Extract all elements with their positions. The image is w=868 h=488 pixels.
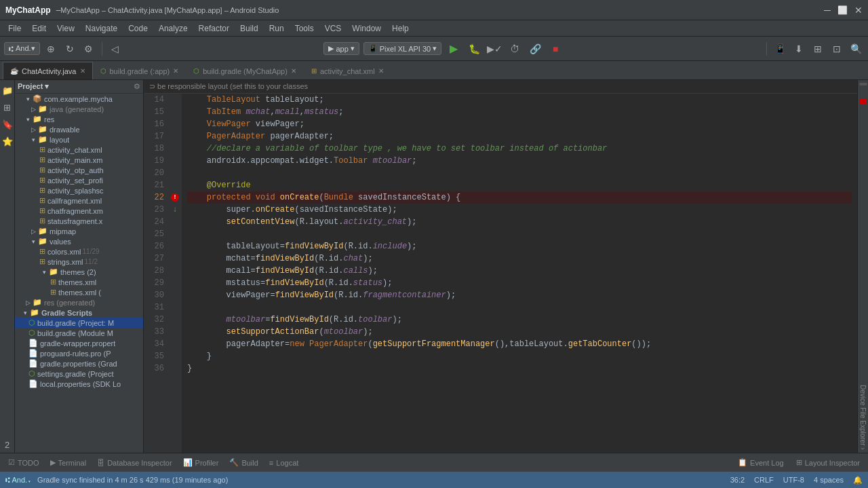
menu-code[interactable]: Code [123, 22, 153, 35]
tab-build-project-close[interactable]: ✕ [291, 67, 296, 75]
tree-item-build-gradle-project[interactable]: ⬡ build.gradle (Project: M [15, 318, 143, 328]
tab-layout-inspector[interactable]: ⊞ Layout Inspector [791, 456, 865, 469]
side-icon-2[interactable]: 2 [5, 440, 9, 450]
tree-item-build-gradle-module[interactable]: ⬡ build.gradle (Module M [15, 328, 143, 338]
menu-vcs[interactable]: VCS [319, 22, 347, 35]
back-btn[interactable]: ◁ [107, 41, 123, 57]
tab-build[interactable]: 🔨 Build [224, 456, 263, 469]
sdk-btn[interactable]: ⬇ [791, 41, 807, 57]
tree-item-gradle-wrapper[interactable]: 📄 gradle-wrapper.propert [15, 338, 143, 348]
tree-item-local-props[interactable]: 📄 local.properties (SDK Lo [15, 379, 143, 389]
run-btn[interactable]: ▶ [446, 41, 462, 57]
encoding[interactable]: UTF-8 [783, 476, 804, 484]
scrollbar-thumb[interactable] [859, 83, 867, 86]
cursor-position[interactable]: 36:2 [730, 476, 745, 484]
tree-item-java-gen[interactable]: ▷ 📁 java (generated) [15, 104, 143, 114]
tree-item-chatfrag[interactable]: ⊞ chatfragment.xm [15, 206, 143, 216]
indent-setting[interactable]: 4 spaces [814, 476, 844, 484]
tree-label-proguard: proguard-rules.pro (P [40, 350, 111, 358]
tab-profiler[interactable]: 📊 Profiler [178, 456, 224, 469]
tree-item-themes-folder[interactable]: ▾ 📁 themes (2) [15, 267, 143, 277]
tab-activity-xml[interactable]: ⊞ activity_chat.xml ✕ [304, 62, 391, 79]
tree-item-mipmap[interactable]: ▷ 📁 mipmap [15, 226, 143, 236]
menu-tools[interactable]: Tools [290, 22, 319, 35]
bookmark-btn[interactable]: ⊡ [829, 41, 845, 57]
tab-todo[interactable]: ☑ TODO [3, 456, 45, 469]
search-btn[interactable]: 🔍 [848, 41, 864, 57]
tree-item-res[interactable]: ▾ 📁 res [15, 114, 143, 124]
git-branch-status[interactable]: ⑆ And.▾ [5, 476, 32, 484]
tree-item-activity-chat[interactable]: ⊞ activity_chat.xml [15, 145, 143, 155]
tab-logcat[interactable]: ≡ Logcat [264, 457, 304, 469]
menu-navigate[interactable]: Navigate [80, 22, 123, 35]
stop-btn[interactable]: ■ [547, 41, 564, 57]
sync-btn[interactable]: ↻ [62, 41, 78, 57]
menu-file[interactable]: File [3, 22, 26, 35]
update-btn[interactable]: ⊕ [43, 41, 59, 57]
menu-build[interactable]: Build [235, 22, 264, 35]
tab-build-app-close[interactable]: ✕ [173, 67, 178, 75]
debug-btn[interactable]: 🐛 [466, 41, 482, 57]
tree-item-set-profile[interactable]: ⊞ activity_set_profi [15, 175, 143, 185]
tab-database-inspector[interactable]: 🗄 Database Inspector [92, 457, 177, 469]
menu-window[interactable]: Window [347, 22, 387, 35]
tree-item-strings[interactable]: ⊞ strings.xml 11/2 [15, 257, 143, 267]
tree-item-gradle-props[interactable]: 📄 gradle.properties (Grad [15, 358, 143, 369]
settings-btn[interactable]: ⚙ [81, 41, 97, 57]
tree-item-themes-xml2[interactable]: ⊞ themes.xml ( [15, 287, 143, 297]
tab-event-log[interactable]: 📋 Event Log [732, 456, 789, 469]
git-branch-label: And.▾ [16, 44, 35, 53]
menu-refactor[interactable]: Refactor [193, 22, 235, 35]
tree-item-statusfrag[interactable]: ⊞ statusfragment.x [15, 216, 143, 226]
tree-item-proguard[interactable]: 📄 proguard-rules.pro (P [15, 348, 143, 358]
tab-activity-xml-close[interactable]: ✕ [378, 67, 384, 75]
project-icon[interactable]: 📁 [2, 86, 13, 96]
tree-item-gradle-scripts[interactable]: ▾ 📁 Gradle Scripts [15, 307, 143, 318]
tree-item-themes-xml1[interactable]: ⊞ themes.xml [15, 277, 143, 287]
structure-side-icon[interactable]: ⊞ [3, 102, 11, 113]
avd-btn[interactable]: 📱 [772, 41, 788, 57]
editor-scroll[interactable]: 14 15 16 17 18 19 20 21 22 23 24 25 26 2… [144, 94, 857, 453]
notification-icon[interactable]: 🔔 [853, 476, 863, 485]
device-file-toggle[interactable]: Device File Explorer › [856, 382, 868, 453]
coverage-btn[interactable]: ▶✓ [486, 41, 502, 57]
tab-build-app[interactable]: ⬡ build.gradle (:app) ✕ [93, 62, 186, 79]
favorites-icon[interactable]: ⭐ [2, 136, 13, 147]
tree-item-settings-gradle[interactable]: ⬡ settings.gradle (Project [15, 369, 143, 379]
tree-item-com[interactable]: ▾ 📦 com.example.mycha [15, 94, 143, 104]
minimize-btn[interactable]: ─ [824, 5, 831, 16]
device-selector[interactable]: 📱 Pixel XL API 30 ▾ [363, 42, 441, 55]
tree-item-layout[interactable]: ▾ 📁 layout [15, 134, 143, 145]
line-numbers: 14 15 16 17 18 19 20 21 22 23 24 25 26 2… [144, 94, 168, 453]
tree-item-splash[interactable]: ⊞ activity_splashsc [15, 185, 143, 195]
git-branch-selector[interactable]: ⑆ And.▾ [4, 42, 40, 55]
bookmarks-icon[interactable]: 🔖 [2, 119, 13, 130]
tab-terminal[interactable]: ▶ Terminal [45, 456, 92, 469]
tree-item-values[interactable]: ▾ 📁 values [15, 236, 143, 246]
tab-build-project[interactable]: ⬡ build.gradle (MyChatApp) ✕ [186, 62, 304, 79]
attach-btn[interactable]: 🔗 [527, 41, 543, 57]
app-selector[interactable]: ▶ app ▾ [323, 42, 359, 55]
profile-btn[interactable]: ⏱ [507, 41, 523, 57]
tree-item-res-gen[interactable]: ▷ 📁 res (generated) [15, 297, 143, 307]
code-content[interactable]: TableLayout tableLayout; TabItem mchat,m… [182, 94, 857, 453]
tree-item-drawable[interactable]: ▷ 📁 drawable [15, 124, 143, 134]
close-btn[interactable]: ✕ [854, 5, 863, 16]
menu-edit[interactable]: Edit [26, 22, 52, 35]
app-selector-label: app [336, 45, 348, 53]
gear-icon[interactable]: ⚙ [134, 82, 140, 91]
tree-item-activity-main[interactable]: ⊞ activity_main.xm [15, 155, 143, 165]
line-ending[interactable]: CRLF [754, 476, 774, 484]
menu-help[interactable]: Help [387, 22, 414, 35]
menu-analyze[interactable]: Analyze [153, 22, 193, 35]
menu-view[interactable]: View [52, 22, 80, 35]
structure-btn[interactable]: ⊞ [810, 41, 826, 57]
tree-item-otp[interactable]: ⊞ activity_otp_auth [15, 165, 143, 175]
maximize-btn[interactable]: ⬜ [837, 5, 848, 15]
tree-item-colors[interactable]: ⊞ colors.xml 11/29 [15, 246, 143, 257]
tab-chatactivity[interactable]: ☕ ChatActivity.java ✕ [3, 62, 93, 79]
tree-arrow-mipmap: ▷ [28, 228, 38, 235]
tab-chatactivity-close[interactable]: ✕ [80, 67, 85, 75]
menu-run[interactable]: Run [264, 22, 290, 35]
tree-item-callfrag[interactable]: ⊞ callfragment.xml [15, 195, 143, 206]
